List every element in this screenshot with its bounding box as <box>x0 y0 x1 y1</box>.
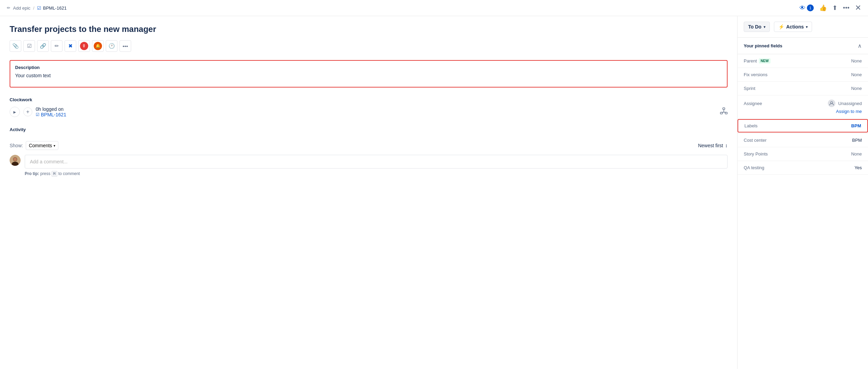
edit-button[interactable]: ✏ <box>51 40 62 52</box>
left-panel: Transfer projects to the new manager 📎 ☑… <box>0 16 738 369</box>
right-header: To Do ▾ ⚡ Actions ▾ <box>738 16 868 38</box>
user-avatar <box>10 155 21 166</box>
play-button[interactable]: ▶ <box>10 107 20 117</box>
right-panel: To Do ▾ ⚡ Actions ▾ Your pinned fields ∧… <box>738 16 868 369</box>
todo-button[interactable]: To Do ▾ <box>744 22 770 32</box>
assign-to-me-link[interactable]: Assign to me <box>836 109 862 114</box>
description-section: Description Your custom text <box>10 60 728 88</box>
clockwork-controls: ▶ + 0h logged on ☑ BPML-1621 <box>10 106 66 117</box>
issue-id-breadcrumb: BPML-1621 <box>43 5 67 11</box>
more-options-button[interactable]: ••• <box>843 4 849 12</box>
qa-testing-label: QA testing <box>744 165 785 170</box>
fix-versions-label: Fix versions <box>744 72 785 77</box>
cross-button[interactable]: ✖ <box>65 40 76 52</box>
todo-label: To Do <box>748 24 762 30</box>
actions-chevron-icon: ▾ <box>806 25 808 29</box>
more-tools-button[interactable]: ••• <box>119 40 131 52</box>
story-points-value: None <box>851 151 862 157</box>
breadcrumb-separator: / <box>33 5 35 11</box>
pro-tip-suffix: to comment <box>58 171 80 176</box>
fix-versions-value: None <box>851 72 862 77</box>
comments-dropdown[interactable]: Comments ▾ <box>26 141 58 150</box>
share-button[interactable]: ⬆ <box>832 4 837 12</box>
field-row-fix-versions[interactable]: Fix versions None <box>738 68 868 82</box>
notify-button[interactable]: 🔔 <box>92 40 104 52</box>
show-row: Activity <box>10 127 26 136</box>
svg-point-8 <box>13 158 17 161</box>
issue-checkbox-small-icon: ☑ <box>36 112 39 117</box>
field-row-story-points[interactable]: Story Points None <box>738 147 868 161</box>
add-epic-link[interactable]: Add epic <box>13 5 31 11</box>
sprint-label: Sprint <box>744 86 785 91</box>
pinned-fields-header: Your pinned fields ∧ <box>738 38 868 54</box>
main-layout: Transfer projects to the new manager 📎 ☑… <box>0 16 868 369</box>
activity-label: Activity <box>10 127 26 132</box>
filter-row: Show: Comments ▾ Newest first ↕ <box>10 141 728 150</box>
top-bar-actions: 👁 1 👍 ⬆ ••• ✕ <box>799 3 861 12</box>
lightning-icon: ⚡ <box>778 24 784 30</box>
issue-breadcrumb-link[interactable]: ☑ BPML-1621 <box>37 5 67 11</box>
comments-option: Comments <box>29 143 52 148</box>
labels-container: Labels BPM <box>738 118 868 134</box>
field-row-qa-testing[interactable]: QA testing Yes <box>738 161 868 175</box>
clockwork-section: Clockwork ▶ + 0h logged on ☑ BPML-1621 <box>10 97 728 117</box>
description-text: Your custom text <box>15 73 722 78</box>
record-button[interactable]: 🎙 <box>78 40 90 52</box>
field-row-parent[interactable]: Parent NEW None <box>738 54 868 68</box>
breadcrumb: ✏ Add epic / ☑ BPML-1621 <box>7 5 67 11</box>
pro-tip-text: press <box>40 171 52 176</box>
assignee-row-top: Assignee Unassigned <box>744 100 862 107</box>
clockwork-label: Clockwork <box>10 97 728 102</box>
parent-value: None <box>851 58 862 63</box>
svg-point-9 <box>831 102 833 104</box>
bell-icon: 🔔 <box>94 42 102 50</box>
checklist-button[interactable]: ☑ <box>23 40 35 52</box>
collapse-pinned-button[interactable]: ∧ <box>858 43 862 49</box>
share-icon: ⬆ <box>832 4 837 12</box>
watch-count: 1 <box>807 4 814 11</box>
svg-rect-0 <box>723 108 725 109</box>
new-badge: NEW <box>759 58 770 63</box>
sort-label: Newest first <box>698 143 723 148</box>
field-row-sprint[interactable]: Sprint None <box>738 82 868 95</box>
description-label: Description <box>15 65 722 70</box>
field-row-cost-center[interactable]: Cost center BPM <box>738 134 868 147</box>
link-button[interactable]: 🔗 <box>37 40 49 52</box>
close-button[interactable]: ✕ <box>855 3 861 12</box>
comment-placeholder: Add a comment... <box>30 159 68 164</box>
description-box[interactable]: Description Your custom text <box>10 60 728 88</box>
sort-icon: ↕ <box>725 143 728 148</box>
labels-value: BPM <box>851 123 861 128</box>
show-label: Show: <box>10 143 23 148</box>
org-chart-icon <box>720 107 728 117</box>
watch-button[interactable]: 👁 1 <box>799 4 814 12</box>
pro-tip-prefix: Pro tip: <box>25 171 39 176</box>
qa-testing-value: Yes <box>855 165 862 170</box>
field-row-labels[interactable]: Labels BPM <box>738 119 868 132</box>
sort-button[interactable]: Newest first ↕ <box>698 143 728 148</box>
timer-button[interactable]: 🕐 <box>106 40 117 52</box>
actions-label: Actions <box>786 24 804 30</box>
unassigned-icon <box>828 100 835 107</box>
add-time-button[interactable]: + <box>23 107 32 116</box>
comment-row: Add a comment... <box>10 155 728 169</box>
attach-button[interactable]: 📎 <box>10 40 21 52</box>
assignee-value: Unassigned <box>828 100 862 107</box>
field-row-assignee[interactable]: Assignee Unassigned Assign to me <box>738 95 868 118</box>
story-points-label: Story Points <box>744 151 785 157</box>
labels-label: Labels <box>744 123 786 128</box>
activity-header: Activity <box>10 127 728 136</box>
pinned-fields-label: Your pinned fields <box>744 43 782 48</box>
actions-button[interactable]: ⚡ Actions ▾ <box>774 22 812 32</box>
sprint-value: None <box>851 86 862 91</box>
toolbar: 📎 ☑ 🔗 ✏ ✖ 🎙 🔔 🕐 ••• <box>10 40 728 52</box>
clockwork-issue-link[interactable]: ☑ BPML-1621 <box>36 112 66 117</box>
clockwork-logged: 0h logged on ☑ BPML-1621 <box>36 106 66 117</box>
cost-center-value: BPM <box>852 138 862 143</box>
comment-input[interactable]: Add a comment... <box>25 155 728 169</box>
cost-center-label: Cost center <box>744 138 785 143</box>
thumbs-up-button[interactable]: 👍 <box>819 4 827 12</box>
todo-chevron-icon: ▾ <box>764 25 765 29</box>
thumbs-up-icon: 👍 <box>819 4 827 12</box>
pencil-icon: ✏ <box>7 5 10 10</box>
